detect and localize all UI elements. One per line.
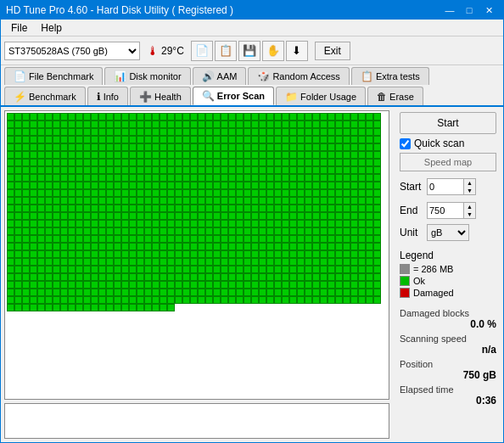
grid-cell <box>297 250 305 258</box>
grid-cell <box>190 227 198 235</box>
grid-cell <box>198 159 205 166</box>
minimize-button[interactable]: — <box>440 3 459 18</box>
toolbar-btn-1[interactable]: 📄 <box>191 41 213 61</box>
grid-cell <box>7 212 14 220</box>
tab-erase[interactable]: 🗑 Erase <box>367 87 423 105</box>
tab-benchmark[interactable]: ⚡ Benchmark <box>4 87 86 105</box>
toolbar-btn-4[interactable]: ✋ <box>262 41 284 61</box>
unit-select[interactable]: gB MB Blocks <box>427 224 469 241</box>
grid-cell <box>198 266 205 273</box>
grid-cell <box>137 189 144 197</box>
grid-cell <box>289 273 297 281</box>
maximize-button[interactable]: □ <box>460 3 479 18</box>
grid-cell <box>30 113 37 121</box>
grid-cell <box>305 266 312 273</box>
end-spin-up[interactable]: ▲ <box>463 203 475 210</box>
tab-file-benchmark[interactable]: 📄 File Benchmark <box>4 67 103 85</box>
tab-disk-monitor[interactable]: 📊 Disk monitor <box>104 67 190 85</box>
grid-cell <box>53 281 60 289</box>
end-input[interactable] <box>428 203 463 218</box>
grid-cell <box>205 189 213 197</box>
grid-cell <box>251 159 259 166</box>
grid-cell <box>60 250 68 258</box>
start-spin-up[interactable]: ▲ <box>463 179 475 187</box>
grid-cell <box>144 266 152 273</box>
quick-scan-checkbox[interactable] <box>400 138 411 149</box>
grid-cell <box>152 113 160 121</box>
toolbar-btn-5[interactable]: ⬇ <box>286 41 308 61</box>
grid-cell <box>198 235 205 243</box>
grid-cell <box>297 273 305 281</box>
grid-cell <box>190 174 198 182</box>
grid-cell <box>350 235 358 243</box>
tab-extra-tests[interactable]: 📋 Extra tests <box>351 67 429 85</box>
grid-cell <box>121 296 129 304</box>
disk-select[interactable]: ST3750528AS (750 gB) <box>4 42 140 60</box>
grid-cell <box>205 151 213 159</box>
exit-button[interactable]: Exit <box>315 42 350 60</box>
grid-cell <box>167 289 175 296</box>
grid-cell <box>221 273 228 281</box>
grid-cell <box>213 266 221 273</box>
grid-cell <box>68 197 76 205</box>
tab-aam[interactable]: 🔊 AAM <box>193 67 247 85</box>
grid-cell <box>213 121 221 128</box>
tab-error-scan[interactable]: 🔍 Error Scan <box>193 87 274 105</box>
grid-cell <box>373 281 381 289</box>
grid-cell <box>106 296 114 304</box>
grid-cell <box>37 250 45 258</box>
start-input[interactable] <box>428 179 463 194</box>
grid-cell <box>312 182 320 189</box>
grid-cell <box>343 174 350 182</box>
tab-disk-monitor-label: Disk monitor <box>129 71 181 81</box>
toolbar-btn-2[interactable]: 📋 <box>215 41 237 61</box>
end-spin-down[interactable]: ▼ <box>463 210 475 218</box>
grid-cell <box>320 220 328 227</box>
grid-cell <box>91 235 98 243</box>
grid-cell <box>45 266 53 273</box>
menu-help[interactable]: Help <box>34 20 69 36</box>
menu-file[interactable]: File <box>4 20 34 36</box>
grid-cell <box>83 273 91 281</box>
grid-cell <box>152 266 160 273</box>
grid-cell <box>160 227 167 235</box>
tab-health[interactable]: ➕ Health <box>130 87 191 105</box>
tab-folder-usage[interactable]: 📁 Folder Usage <box>276 87 366 105</box>
grid-cell <box>236 174 244 182</box>
grid-cell <box>98 159 106 166</box>
grid-cell <box>167 113 175 121</box>
speed-map-button[interactable]: Speed map <box>400 153 496 171</box>
grid-cell <box>266 205 274 212</box>
grid-cell <box>198 220 205 227</box>
grid-cell <box>175 243 182 250</box>
grid-cell <box>350 136 358 143</box>
grid-cell <box>129 189 137 197</box>
grid-cell <box>76 182 83 189</box>
grid-cell <box>160 143 167 151</box>
grid-cell <box>328 212 335 220</box>
grid-cell <box>53 243 60 250</box>
tab-row-2: ⚡ Benchmark ℹ Info ➕ Health 🔍 Error Scan… <box>1 85 503 105</box>
toolbar-btn-3[interactable]: 💾 <box>238 41 260 61</box>
quick-scan-label[interactable]: Quick scan <box>414 137 464 149</box>
grid-cell <box>167 128 175 136</box>
grid-cell <box>53 258 60 266</box>
grid-cell <box>236 143 244 151</box>
position-label: Position <box>400 359 496 369</box>
grid-cell <box>106 250 114 258</box>
tab-info[interactable]: ℹ Info <box>87 87 128 105</box>
grid-cell <box>144 205 152 212</box>
start-spin-down[interactable]: ▼ <box>463 187 475 194</box>
grid-cell <box>175 113 182 121</box>
tab-random-access[interactable]: 🎲 Random Access <box>248 67 349 85</box>
tab-health-label: Health <box>154 92 182 102</box>
grid-cell <box>121 197 129 205</box>
health-icon: ➕ <box>139 91 152 103</box>
grid-cell <box>198 289 205 296</box>
grid-cell <box>167 281 175 289</box>
grid-cell <box>320 121 328 128</box>
grid-cell <box>274 296 282 304</box>
start-button[interactable]: Start <box>400 112 496 134</box>
grid-cell <box>335 227 343 235</box>
close-button[interactable]: ✕ <box>479 3 498 18</box>
